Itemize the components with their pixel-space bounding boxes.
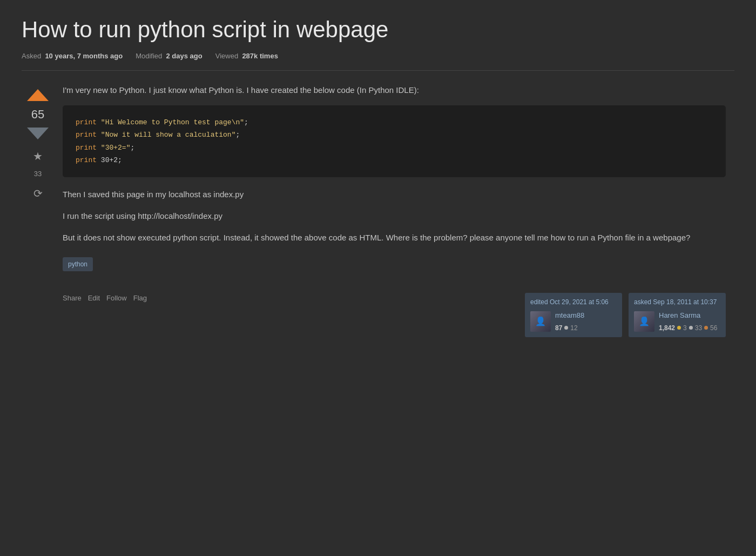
asker-info: 👤 Haren Sarma 1,842 3 33	[634, 310, 720, 333]
content-area: 65 ★ 33 ⟳ I'm very new to Python. I just…	[22, 84, 734, 337]
code-string-2: "Now it will show a calculation"	[101, 131, 236, 139]
code-line-3: print "30+2=";	[76, 142, 713, 154]
editor-details: mteam88 87 12	[555, 310, 584, 333]
asker-silver-count: 33	[695, 323, 702, 333]
code-number-4: 30+2;	[101, 156, 122, 164]
editor-username[interactable]: mteam88	[555, 310, 584, 321]
post-text-3: But it does not show executed python scr…	[63, 231, 726, 244]
python-tag[interactable]: python	[63, 257, 93, 271]
question-meta: Asked 10 years, 7 months ago Modified 2 …	[22, 51, 734, 62]
bookmark-count: 33	[34, 169, 42, 179]
asked-label: Asked 10 years, 7 months ago	[22, 51, 123, 62]
code-keyword-1: print	[76, 118, 97, 126]
page-title: How to run python script in webpage	[22, 16, 734, 43]
editor-avatar: 👤	[530, 311, 551, 332]
code-line-1: print "Hi Welcome to Python test page\n"…	[76, 116, 713, 129]
bookmark-icon[interactable]: ★	[33, 148, 43, 164]
flag-link[interactable]: Flag	[133, 293, 147, 304]
asker-gold-dot	[677, 326, 681, 330]
code-keyword-4: print	[76, 156, 97, 164]
asker-reputation: 1,842 3 33 56	[659, 323, 717, 333]
post-text-1: Then I saved this page in my localhost a…	[63, 188, 726, 201]
asker-rep-score: 1,842	[659, 323, 675, 333]
vote-up-button[interactable]	[27, 89, 49, 101]
divider	[22, 70, 734, 71]
code-string-1: "Hi Welcome to Python test page\n"	[101, 118, 244, 126]
asker-username[interactable]: Haren Sarma	[659, 310, 717, 321]
vote-column: 65 ★ 33 ⟳	[22, 84, 54, 337]
asker-silver-dot	[689, 326, 693, 330]
post-intro: I'm very new to Python. I just know what…	[63, 84, 726, 97]
code-block: print "Hi Welcome to Python test page\n"…	[63, 105, 726, 178]
asker-gold-count: 3	[683, 323, 687, 333]
code-keyword-3: print	[76, 144, 97, 152]
post-body: I'm very new to Python. I just know what…	[54, 84, 734, 337]
vote-count: 65	[31, 105, 44, 123]
asker-bronze-dot	[704, 326, 708, 330]
editor-silver-count: 12	[570, 323, 577, 333]
viewed-label: Viewed 287k times	[215, 51, 278, 62]
history-icon[interactable]: ⟳	[33, 185, 43, 202]
user-cards: edited Oct 29, 2021 at 5:06 👤 mteam88 87	[525, 293, 726, 337]
asker-bronze-count: 56	[710, 323, 717, 333]
asker-avatar: 👤	[634, 311, 654, 332]
action-links: Share Edit Follow Flag	[63, 293, 147, 304]
editor-rep-score: 87	[555, 323, 562, 333]
editor-reputation: 87 12	[555, 323, 584, 333]
code-line-2: print "Now it will show a calculation";	[76, 129, 713, 141]
editor-card: edited Oct 29, 2021 at 5:06 👤 mteam88 87	[525, 293, 622, 337]
modified-label: Modified 2 days ago	[136, 51, 202, 62]
post-footer: Share Edit Follow Flag edited Oct 29, 20…	[63, 293, 726, 337]
asker-action-time: asked Sep 18, 2011 at 10:37	[634, 297, 720, 307]
post-text-2: I run the script using http://localhost/…	[63, 210, 726, 223]
editor-silver-dot	[564, 326, 568, 330]
code-line-4: print 30+2;	[76, 154, 713, 166]
share-link[interactable]: Share	[63, 293, 82, 304]
editor-action-time: edited Oct 29, 2021 at 5:06	[530, 297, 617, 307]
code-keyword-2: print	[76, 131, 97, 139]
edit-link[interactable]: Edit	[88, 293, 100, 304]
asker-details: Haren Sarma 1,842 3 33 56	[659, 310, 717, 333]
code-string-3: "30+2="	[101, 144, 131, 152]
editor-info: 👤 mteam88 87 12	[530, 310, 617, 333]
vote-down-button[interactable]	[27, 128, 49, 139]
asker-card: asked Sep 18, 2011 at 10:37 👤 Haren Sarm…	[629, 293, 726, 337]
page-container: How to run python script in webpage Aske…	[0, 0, 756, 359]
tags-area: python	[63, 253, 726, 284]
follow-link[interactable]: Follow	[106, 293, 127, 304]
